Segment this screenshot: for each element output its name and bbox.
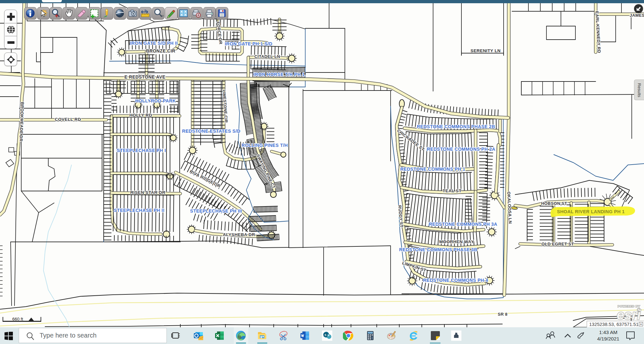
svg-text:XY: XY (160, 14, 164, 17)
svg-text:REDSTONE COMMONS PH 3A: REDSTONE COMMONS PH 3A (429, 222, 497, 227)
svg-text:CITADEL LN: CITADEL LN (254, 54, 280, 59)
svg-text:ALYSHEBA DR: ALYSHEBA DR (223, 232, 255, 237)
svg-text:ROLLING PINES T/H: ROLLING PINES T/H (242, 143, 288, 148)
svg-text:REDSTONE COMMONS PHASE 2B: REDSTONE COMMONS PHASE 2B (417, 124, 495, 129)
svg-text:TEAL ST: TEAL ST (443, 188, 462, 193)
svg-text:COVELL RD: COVELL RD (55, 117, 81, 122)
svg-text:REDSTONE COMMONS PH 4: REDSTONE COMMONS PH 4 (423, 278, 488, 283)
svg-text:OLD EGRET ST: OLD EGRET ST (542, 242, 574, 246)
svg-text:SR 8: SR 8 (498, 312, 508, 317)
svg-text:IRON HORSE T/H PH 1: IRON HORSE T/H PH 1 (253, 72, 305, 77)
svg-text:STEEPLECHASE PH II: STEEPLECHASE PH II (114, 208, 165, 213)
svg-text:?: ? (144, 9, 147, 13)
svg-text:IRON GATE S/D PH II: IRON GATE S/D PH II (130, 41, 178, 46)
svg-text:IRON GATE PH 1 S/D: IRON GATE PH 1 S/D (225, 41, 272, 46)
svg-text:MOORHEN WAY: MOORHEN WAY (439, 239, 474, 244)
svg-text:HOLLYROD PARK: HOLLYROD PARK (135, 98, 176, 103)
svg-text:BRONZE CIR: BRONZE CIR (146, 48, 175, 53)
svg-text:HOBSON ST: HOBSON ST (541, 201, 567, 206)
svg-text:SHOAL RIVER LANDING PH 1: SHOAL RIVER LANDING PH 1 (557, 209, 625, 214)
svg-text:HOLLY RD: HOLLY RD (129, 113, 152, 118)
svg-text:STEEPLECHASE PH III: STEEPLECHASE PH III (190, 208, 242, 214)
svg-text:REDSTONE COMMONS PH 1: REDSTONE COMMONS PH 1 (400, 167, 465, 172)
svg-text:RISEN STAR DR: RISEN STAR DR (130, 190, 165, 195)
svg-text:SERENITY LN: SERENITY LN (470, 48, 500, 53)
svg-text:S: S (324, 333, 326, 337)
svg-text:esri: esri (617, 307, 641, 321)
svg-text:E REDSTONE AVE: E REDSTONE AVE (124, 74, 165, 80)
svg-text:REDSTONE COMMONS PHASE 3B: REDSTONE COMMONS PHASE 3B (399, 247, 477, 252)
svg-text:REDSTONE COMMONS PH 2A: REDSTONE COMMONS PH 2A (427, 147, 496, 152)
svg-text:STEEPLECHASE PH I: STEEPLECHASE PH I (117, 148, 166, 153)
svg-text:REDSTONE ESTATES S/D: REDSTONE ESTATES S/D (182, 129, 240, 134)
